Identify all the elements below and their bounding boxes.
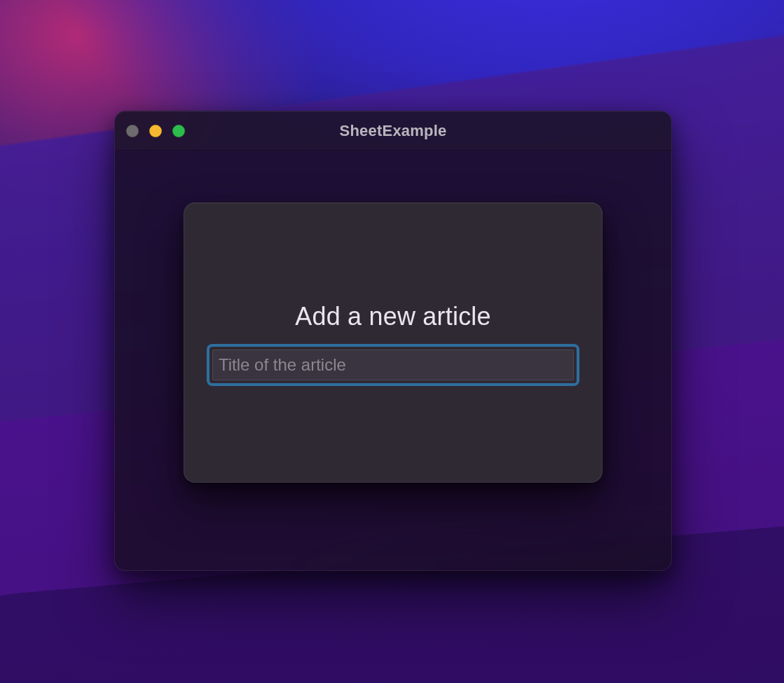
window-traffic-lights [126,125,185,137]
window-title: SheetExample [115,122,671,140]
article-title-input[interactable] [212,350,574,380]
modal-sheet: Add a new article [184,202,603,483]
minimize-window-button[interactable] [149,125,162,137]
window-titlebar[interactable]: SheetExample [115,111,671,151]
close-window-button[interactable] [126,125,139,137]
app-window: SheetExample Add a new article [114,111,672,571]
title-input-focus-ring [209,347,577,383]
sheet-heading: Add a new article [295,302,491,331]
zoom-window-button[interactable] [172,125,185,137]
